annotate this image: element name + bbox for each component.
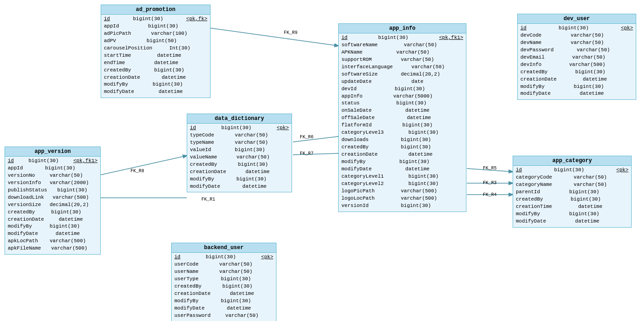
table-row: createdBybigint(30) — [104, 67, 207, 74]
table-row: publishStatusbigint(30) — [8, 187, 97, 194]
table-row: createdBybigint(30) — [520, 69, 633, 76]
table-header-app-version: app_version — [5, 147, 100, 157]
table-body-data-dictionary: idbigint(30)<pk> typeCodevarchar(50) typ… — [187, 124, 292, 192]
table-row: modifyDatedatetime — [520, 90, 633, 98]
table-row: versionInfovarchar(2000) — [8, 180, 97, 187]
table-row: typeCodevarchar(50) — [190, 132, 289, 139]
table-row: userTypebigint(30) — [174, 276, 273, 283]
table-header-data-dictionary: data_dictionary — [187, 114, 292, 124]
table-body-dev-user: idbigint(30)<pk> devCodevarchar(50) devN… — [518, 24, 636, 99]
table-row: startTimedatetime — [104, 52, 207, 60]
table-row: categoryNamevarchar(50) — [516, 181, 628, 189]
table-header-backend-user: backend_user — [172, 243, 276, 253]
table-row: devEmailvarchar(50) — [520, 54, 633, 61]
table-row: logoLocPathvarchar(500) — [341, 195, 463, 202]
table-row: devPasswordvarchar(50) — [520, 47, 633, 54]
table-row: creationDatedatetime — [341, 151, 463, 158]
table-row: modifyBybigint(30) — [104, 81, 207, 88]
table-row: idbigint(30)<pk,fk1> — [341, 34, 463, 42]
table-row: createdBybigint(30) — [8, 209, 97, 216]
fk-r4-label: FK_R4 — [483, 192, 497, 197]
table-row: idbigint(30)<pk> — [190, 125, 289, 132]
table-row: creationDatedatetime — [190, 169, 289, 176]
table-row: creationDatedatetime — [104, 74, 207, 82]
table-row: statusbigint(30) — [341, 100, 463, 107]
table-row: onSaleDatedatetime — [341, 107, 463, 114]
svg-line-0 — [206, 27, 338, 46]
table-row: logoPicPathvarchar(500) — [341, 188, 463, 195]
fk-r1-label: FK_R1 — [201, 197, 215, 202]
table-row: idbigint(30)<pk> — [174, 254, 273, 261]
svg-line-3 — [88, 156, 187, 178]
table-row: categoryLevel3bigint(30) — [341, 129, 463, 136]
table-row: creationDatedatetime — [8, 216, 97, 223]
table-row: createdBybigint(30) — [190, 161, 289, 169]
diagram-canvas: FK_R9 FK_R6 FK_R7 FK_R8 FK_R1 FK_R5 FK_R… — [0, 0, 644, 321]
table-row: supportROMvarchar(50) — [341, 56, 463, 64]
table-body-backend-user: idbigint(30)<pk> userCodevarchar(50) use… — [172, 253, 276, 321]
table-row: categoryCodevarchar(50) — [516, 174, 628, 181]
table-row: versionNovarchar(50) — [8, 172, 97, 180]
table-app-category: app_category idbigint(30)<pk> categoryCo… — [513, 156, 632, 228]
table-row: devInfovarchar(500) — [520, 61, 633, 69]
fk-r5-label: FK_R5 — [483, 166, 497, 171]
table-row: APKNamevarchar(50) — [341, 49, 463, 56]
table-body-ad-promotion: idbigint(30)<pk,fk> appIdbigint(30) adPi… — [101, 15, 210, 98]
table-row: userCodevarchar(50) — [174, 261, 273, 268]
table-row: adPicPathvarchar(100) — [104, 30, 207, 38]
table-body-app-category: idbigint(30)<pk> categoryCodevarchar(50)… — [513, 166, 631, 227]
table-row: userPasswordvarchar(50) — [174, 312, 273, 320]
table-row: typeNamevarchar(50) — [190, 139, 289, 147]
table-row: modifyBybigint(30) — [516, 211, 628, 218]
table-row: softwareNamevarchar(50) — [341, 42, 463, 49]
table-row: endTimedatetime — [104, 60, 207, 67]
table-row: devIdbigint(30) — [341, 86, 463, 93]
table-row: modifyBybigint(30) — [520, 83, 633, 91]
table-app-info: app_info idbigint(30)<pk,fk1> softwareNa… — [338, 23, 466, 212]
table-header-ad-promotion: ad_promotion — [101, 5, 210, 15]
table-row: createdBybigint(30) — [174, 283, 273, 290]
table-row: categoryLevel2bigint(30) — [341, 180, 463, 188]
table-row: downloadLinkvarchar(500) — [8, 194, 97, 201]
table-dev-user: dev_user idbigint(30)<pk> devCodevarchar… — [517, 14, 636, 100]
fk-r7-label: FK_R7 — [300, 151, 314, 156]
table-row: modifyDatedatetime — [104, 88, 207, 96]
table-row: createdBybigint(30) — [516, 196, 628, 203]
fk-r9-label: FK_R9 — [284, 30, 298, 35]
table-row: modifyBybigint(30) — [174, 298, 273, 305]
table-row: appIdbigint(30) — [8, 165, 97, 172]
table-row: modifyDatedatetime — [516, 218, 628, 225]
table-row: appIdbigint(30) — [104, 23, 207, 30]
table-row: modifyBybigint(30) — [190, 176, 289, 183]
table-row: modifyDatedatetime — [174, 305, 273, 312]
table-header-dev-user: dev_user — [518, 14, 636, 24]
table-row: softwareSizedecimal(20,2) — [341, 71, 463, 78]
table-data-dictionary: data_dictionary idbigint(30)<pk> typeCod… — [187, 114, 292, 192]
table-row: creationTimedatetime — [516, 203, 628, 211]
table-row: modifyDatedatetime — [190, 183, 289, 190]
table-row: createdBybigint(30) — [341, 144, 463, 151]
table-row: modifyDatedatetime — [8, 230, 97, 238]
table-row: userNamevarchar(50) — [174, 268, 273, 276]
table-row: idbigint(30)<pk,fk1> — [8, 158, 97, 165]
table-row: creationDatedatetime — [174, 290, 273, 298]
table-row: categoryLevel1bigint(30) — [341, 173, 463, 180]
table-body-app-version: idbigint(30)<pk,fk1> appIdbigint(30) ver… — [5, 157, 100, 254]
table-row: apkFileNamevarchar(500) — [8, 245, 97, 252]
table-header-app-category: app_category — [513, 156, 631, 166]
table-row: modifyBybigint(30) — [341, 158, 463, 166]
table-row: idbigint(30)<pk> — [520, 25, 633, 32]
fk-r8-label: FK_R8 — [130, 169, 144, 174]
table-row: valueNamevarchar(50) — [190, 154, 289, 161]
table-row: updateDatedate — [341, 78, 463, 86]
table-row: parentIdbigint(30) — [516, 189, 628, 196]
table-row: appInfovarchar(5000) — [341, 93, 463, 100]
table-row: modifyBybigint(30) — [8, 223, 97, 230]
table-row: apkLocPathvarchar(500) — [8, 238, 97, 245]
table-row: idbigint(30)<pk,fk> — [104, 16, 207, 23]
table-backend-user: backend_user idbigint(30)<pk> userCodeva… — [171, 243, 276, 321]
table-row: downloadsbigint(30) — [341, 136, 463, 144]
table-row: valueIdbigint(30) — [190, 147, 289, 154]
fk-r6-label: FK_R6 — [300, 135, 314, 140]
table-row: versionSizedecimal(20,2) — [8, 201, 97, 209]
